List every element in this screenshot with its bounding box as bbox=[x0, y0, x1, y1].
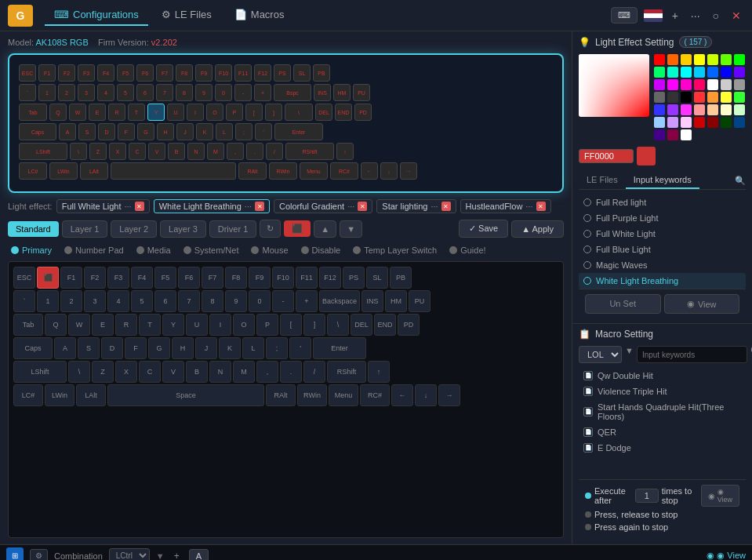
execute-times-input[interactable] bbox=[635, 489, 659, 503]
color-swatch[interactable] bbox=[667, 54, 678, 65]
color-swatch[interactable] bbox=[667, 92, 678, 103]
refresh-btn[interactable]: ↻ bbox=[260, 220, 281, 238]
grid-bs[interactable]: \ bbox=[327, 314, 349, 336]
kb-key-s[interactable]: S bbox=[78, 123, 96, 140]
grid-pb[interactable]: PB bbox=[390, 267, 412, 289]
kb-key-0[interactable]: 0 bbox=[215, 84, 232, 101]
le-files-tab[interactable]: LE Files bbox=[579, 172, 626, 189]
kb-key-l[interactable]: L bbox=[216, 123, 233, 140]
kb-key-plus[interactable]: + bbox=[254, 84, 271, 101]
color-swatch[interactable] bbox=[681, 54, 692, 65]
macro-violence-triple[interactable]: 📄 Violence Triple Hit bbox=[579, 384, 746, 399]
kb-key-6[interactable]: 6 bbox=[136, 84, 154, 101]
kb-key-j[interactable]: J bbox=[176, 123, 194, 140]
kb-key-caps[interactable]: Caps bbox=[19, 123, 56, 140]
effect-tag-white-light-breathing[interactable]: White Light Breathing ··· ✕ bbox=[154, 199, 270, 213]
effect-white-breathing[interactable]: White Light Breathing bbox=[579, 273, 746, 289]
grid-lb[interactable]: [ bbox=[280, 314, 302, 336]
layer2-btn[interactable]: Layer 2 bbox=[111, 220, 157, 238]
grid-left[interactable]: ← bbox=[391, 384, 413, 406]
effect-magic-waves[interactable]: Magic Waves bbox=[579, 257, 746, 273]
color-swatch[interactable] bbox=[694, 67, 705, 78]
grid-esc[interactable]: ESC bbox=[13, 267, 35, 289]
kb-key-v[interactable]: V bbox=[148, 143, 165, 160]
kb-key-f12[interactable]: F12 bbox=[254, 64, 271, 82]
grid-e[interactable]: E bbox=[92, 314, 114, 336]
grid-f5[interactable]: F5 bbox=[154, 267, 176, 289]
grid-caps[interactable]: Caps bbox=[13, 337, 53, 359]
kb-key-n[interactable]: N bbox=[187, 143, 205, 160]
kb-key-o[interactable]: O bbox=[206, 104, 223, 121]
grid-enter[interactable]: Enter bbox=[313, 337, 366, 359]
save-btn[interactable]: ✓ Save bbox=[459, 220, 508, 238]
kb-key-e[interactable]: E bbox=[89, 104, 106, 121]
kb-key-i[interactable]: I bbox=[187, 104, 204, 121]
grid-ps[interactable]: PS bbox=[343, 267, 365, 289]
color-swatch[interactable] bbox=[721, 54, 732, 65]
grid-f7[interactable]: F7 bbox=[202, 267, 223, 289]
grid-comma[interactable]: , bbox=[256, 361, 278, 383]
color-swatch[interactable] bbox=[654, 104, 665, 115]
color-swatch[interactable] bbox=[707, 92, 718, 103]
tab-primary[interactable]: Primary bbox=[8, 244, 55, 256]
nav-tab-configurations[interactable]: ⌨ Configurations bbox=[45, 5, 148, 26]
kb-key-period[interactable]: . bbox=[246, 143, 263, 160]
kb-key-8[interactable]: 8 bbox=[176, 84, 193, 101]
grid-8[interactable]: 8 bbox=[202, 290, 223, 312]
grid-f4[interactable]: F4 bbox=[131, 267, 153, 289]
input-keywords-tab[interactable]: Input keywords bbox=[626, 172, 699, 189]
color-swatch[interactable] bbox=[681, 117, 692, 128]
grid-down[interactable]: ↓ bbox=[415, 384, 437, 406]
color-swatch[interactable] bbox=[654, 92, 665, 103]
kb-key-7[interactable]: 7 bbox=[156, 84, 173, 101]
grid-esc-red[interactable]: ⬛ bbox=[37, 267, 59, 289]
view-light-btn[interactable]: ◉ View bbox=[664, 294, 740, 314]
kb-key-lbracket[interactable]: [ bbox=[245, 104, 263, 121]
tab-guide[interactable]: Guide! bbox=[446, 244, 489, 256]
kb-key-f11[interactable]: F11 bbox=[234, 64, 252, 82]
flag-button[interactable] bbox=[644, 9, 663, 22]
grid-u[interactable]: U bbox=[186, 314, 208, 336]
grid-pu[interactable]: PU bbox=[409, 290, 430, 312]
color-swatch[interactable] bbox=[721, 104, 732, 115]
combination-select[interactable]: LCtrl bbox=[109, 548, 150, 560]
kb-key-slash[interactable]: / bbox=[266, 143, 283, 160]
kb-key-f8[interactable]: F8 bbox=[176, 64, 193, 82]
kb-key-1[interactable]: 1 bbox=[38, 84, 56, 101]
kb-key-rbracket[interactable]: ] bbox=[265, 104, 282, 121]
color-swatch[interactable] bbox=[707, 79, 718, 90]
grid-up[interactable]: ↑ bbox=[368, 361, 390, 383]
grid-p[interactable]: P bbox=[256, 314, 278, 336]
dots-button[interactable]: ··· bbox=[688, 8, 703, 24]
kb-key-up[interactable]: ↑ bbox=[336, 143, 354, 160]
grid-right[interactable]: → bbox=[438, 384, 460, 406]
grid-5[interactable]: 5 bbox=[131, 290, 153, 312]
grid-quote[interactable]: ' bbox=[289, 337, 311, 359]
grid-r[interactable]: R bbox=[115, 314, 137, 336]
kb-key-space[interactable] bbox=[111, 162, 236, 180]
tab-mouse[interactable]: Mouse bbox=[248, 244, 291, 256]
kb-key-z[interactable]: Z bbox=[89, 143, 107, 160]
kb-key-g[interactable]: G bbox=[137, 123, 154, 140]
grid-slash[interactable]: / bbox=[303, 361, 325, 383]
grid-rshift[interactable]: RShift bbox=[327, 361, 366, 383]
color-swatch[interactable] bbox=[694, 92, 705, 103]
add-button[interactable]: + bbox=[669, 8, 681, 24]
kb-key-quote[interactable]: ' bbox=[255, 123, 272, 140]
kb-key-f6[interactable]: F6 bbox=[136, 64, 154, 82]
color-swatch[interactable] bbox=[654, 54, 665, 65]
grid-x[interactable]: X bbox=[115, 361, 137, 383]
color-swatch[interactable] bbox=[721, 79, 732, 90]
kb-key-f1[interactable]: F1 bbox=[38, 64, 56, 82]
effect-full-purple[interactable]: Full Purple Light bbox=[579, 210, 746, 226]
grid-a[interactable]: A bbox=[54, 337, 76, 359]
grid-w[interactable]: W bbox=[68, 314, 90, 336]
tab-system-net[interactable]: System/Net bbox=[180, 244, 242, 256]
grid-7[interactable]: 7 bbox=[178, 290, 200, 312]
kb-key-f9[interactable]: F9 bbox=[195, 64, 213, 82]
color-swatch[interactable] bbox=[681, 129, 692, 140]
kb-key-u[interactable]: U bbox=[167, 104, 184, 121]
kb-key-f4[interactable]: F4 bbox=[97, 64, 114, 82]
color-swatch[interactable] bbox=[681, 79, 692, 90]
kb-key-4[interactable]: 4 bbox=[97, 84, 114, 101]
